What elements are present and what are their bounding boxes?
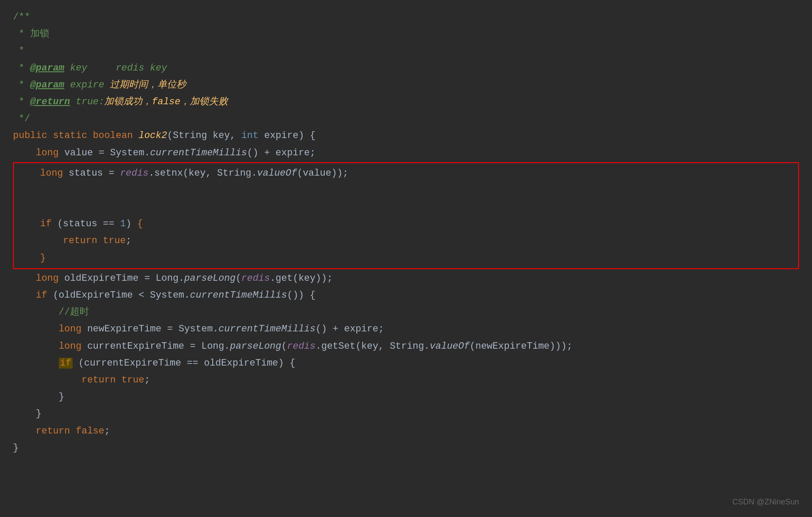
- line-param-expire: * @param expire 过期时间，单位秒: [13, 77, 799, 93]
- line-comment-blank: *: [13, 42, 799, 59]
- line-if-current-expire: if (currentExpireTime == oldExpireTime) …: [13, 355, 799, 372]
- line-comment-timeout: //超时: [13, 304, 799, 321]
- line-comment-lock: * 加锁: [13, 26, 799, 42]
- line-long-value: long value = System.currentTimeMillis() …: [13, 145, 799, 161]
- line-close-method: }: [13, 440, 799, 456]
- line-close-if-2: }: [13, 389, 799, 405]
- line-return-false: return false;: [13, 423, 799, 440]
- watermark: CSDN @ZNineSun: [732, 496, 799, 508]
- line-new-expire: long newExpireTime = System.currentTimeM…: [13, 321, 799, 337]
- line-param-key: * @param key redis key: [13, 60, 799, 77]
- line-blank-1: [17, 182, 795, 199]
- line-return-doc: * @return true:加锁成功，false，加锁失败: [13, 93, 799, 110]
- line-if-status: if (status == 1) {: [17, 215, 795, 232]
- line-return-true-1: return true;: [17, 232, 795, 249]
- line-comment-close: */: [13, 110, 799, 127]
- line-comment-open: /**: [13, 9, 799, 26]
- line-current-expire: long currentExpireTime = Long.parseLong(…: [13, 338, 799, 355]
- highlighted-block: long status = redis.setnx(key, String.va…: [13, 162, 799, 269]
- code-container: /** * 加锁 * * @param key redis key * @par…: [0, 0, 812, 465]
- line-old-expire: long oldExpireTime = Long.parseLong(redi…: [13, 270, 799, 287]
- line-long-status: long status = redis.setnx(key, String.va…: [17, 165, 795, 182]
- line-method-sig: public static boolean lock2(String key, …: [13, 127, 799, 144]
- line-blank-2: [17, 199, 795, 215]
- line-close-if: }: [17, 250, 795, 267]
- line-close-outer-if: }: [13, 405, 799, 422]
- line-if-old-expire: if (oldExpireTime < System.currentTimeMi…: [13, 287, 799, 304]
- line-return-true-2: return true;: [13, 372, 799, 389]
